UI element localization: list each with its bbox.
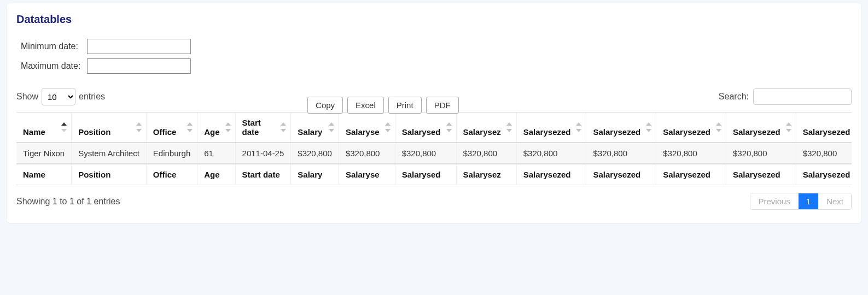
- table-cell: Tiger Nixon: [16, 143, 72, 164]
- col-header[interactable]: Salarysez: [456, 113, 516, 143]
- col-header[interactable]: Salaryse: [339, 113, 395, 143]
- table-footer: Showing 1 to 1 of 1 entries Previous1Nex…: [16, 193, 852, 210]
- sort-icon: [187, 122, 193, 132]
- table-info: Showing 1 to 1 of 1 entries: [16, 197, 120, 206]
- table-cell: $320,800: [456, 143, 516, 164]
- length-prefix: Show: [16, 92, 38, 102]
- sort-icon: [61, 122, 67, 132]
- sort-icon: [786, 122, 791, 132]
- col-header-label: Salarysezed: [593, 127, 640, 137]
- table-cell: $320,800: [516, 143, 586, 164]
- table-cell: 61: [197, 143, 235, 164]
- length-select[interactable]: 102550100: [42, 88, 75, 105]
- col-header[interactable]: Salarysezed: [586, 113, 656, 143]
- data-table: NamePositionOfficeAgeStart dateSalarySal…: [16, 113, 852, 185]
- col-header[interactable]: Salarysezed: [516, 113, 586, 143]
- col-header[interactable]: Salarysezed: [726, 113, 796, 143]
- col-footer: Salarysezed: [796, 164, 852, 185]
- col-footer: Salarysezed: [516, 164, 586, 185]
- table-cell: $320,800: [395, 143, 456, 164]
- col-header-label: Salarysed: [402, 127, 441, 137]
- pagination-previous: Previous: [750, 193, 798, 209]
- export-buttons: Copy Excel Print PDF: [307, 97, 459, 114]
- col-footer: Salarysez: [456, 164, 516, 185]
- table-footer-row: NamePositionOfficeAgeStart dateSalarySal…: [16, 164, 852, 185]
- table-cell: $320,800: [656, 143, 726, 164]
- max-date-input[interactable]: [87, 58, 191, 74]
- col-header[interactable]: Name: [16, 113, 72, 143]
- col-header-label: Salaryse: [346, 127, 380, 137]
- table-cell: 2011-04-25: [235, 143, 291, 164]
- col-header[interactable]: Salarysed: [395, 113, 456, 143]
- table-cell: System Architect: [72, 143, 147, 164]
- col-header-label: Name: [23, 127, 45, 137]
- sort-icon: [446, 122, 452, 132]
- col-header-label: Salary: [298, 127, 322, 137]
- sort-icon: [281, 122, 286, 132]
- table-header-row: NamePositionOfficeAgeStart dateSalarySal…: [16, 113, 852, 143]
- table-cell: $320,800: [339, 143, 395, 164]
- table-cell: Edinburgh: [146, 143, 197, 164]
- col-header-label: Office: [153, 127, 177, 137]
- max-date-label: Maximum date:: [19, 57, 83, 75]
- sort-icon: [225, 122, 231, 132]
- length-suffix: entries: [79, 92, 105, 102]
- col-header-label: Salarysez: [463, 127, 501, 137]
- col-footer: Office: [146, 164, 197, 185]
- col-footer: Start date: [235, 164, 291, 185]
- col-header[interactable]: Office: [146, 113, 197, 143]
- col-header[interactable]: Age: [197, 113, 235, 143]
- sort-icon: [576, 122, 581, 132]
- sort-icon: [136, 122, 142, 132]
- table-cell: $320,800: [796, 143, 852, 164]
- copy-button[interactable]: Copy: [307, 97, 343, 114]
- date-filter-block: Minimum date: Maximum date:: [16, 36, 195, 77]
- col-footer: Salary: [291, 164, 339, 185]
- sort-icon: [385, 122, 391, 132]
- min-date-input[interactable]: [87, 39, 191, 54]
- col-footer: Position: [72, 164, 147, 185]
- table-row: Tiger NixonSystem ArchitectEdinburgh6120…: [16, 143, 852, 164]
- col-footer: Age: [197, 164, 235, 185]
- search-control: Search:: [719, 88, 852, 105]
- col-header-label: Position: [78, 127, 110, 137]
- sort-icon: [506, 122, 512, 132]
- table-scroll[interactable]: NamePositionOfficeAgeStart dateSalarySal…: [16, 112, 852, 185]
- table-body: Tiger NixonSystem ArchitectEdinburgh6120…: [16, 143, 852, 164]
- pagination: Previous1Next: [750, 193, 852, 210]
- col-header-label: Salarysezed: [733, 127, 780, 137]
- table-controls: Show 102550100 entries Copy Excel Print …: [16, 88, 852, 105]
- table-cell: $320,800: [726, 143, 796, 164]
- min-date-label: Minimum date:: [19, 38, 83, 55]
- col-header[interactable]: Start date: [235, 113, 291, 143]
- col-header-label: Salarysezed: [803, 127, 850, 137]
- search-label: Search:: [719, 92, 749, 102]
- col-header-label: Start date: [242, 118, 261, 137]
- col-footer: Salarysezed: [586, 164, 656, 185]
- datatable-card: Datatables Minimum date: Maximum date: S…: [7, 3, 861, 223]
- search-input[interactable]: [753, 88, 852, 105]
- print-button[interactable]: Print: [388, 97, 422, 114]
- excel-button[interactable]: Excel: [347, 97, 384, 114]
- col-header-label: Salarysezed: [523, 127, 571, 137]
- col-header[interactable]: Salarysezed: [796, 113, 852, 143]
- card-title: Datatables: [16, 13, 852, 26]
- length-control: Show 102550100 entries: [16, 88, 105, 105]
- col-footer: Salarysed: [395, 164, 456, 185]
- sort-icon: [716, 122, 721, 132]
- col-footer: Salarysezed: [726, 164, 796, 185]
- table-cell: $320,800: [586, 143, 656, 164]
- pdf-button[interactable]: PDF: [426, 97, 459, 114]
- pagination-next: Next: [819, 193, 851, 209]
- sort-icon: [646, 122, 651, 132]
- sort-icon: [329, 122, 334, 132]
- col-footer: Salarysezed: [656, 164, 726, 185]
- col-header[interactable]: Salary: [291, 113, 339, 143]
- table-cell: $320,800: [291, 143, 339, 164]
- col-header-label: Age: [204, 127, 219, 137]
- col-header[interactable]: Salarysezed: [656, 113, 726, 143]
- pagination-page[interactable]: 1: [799, 193, 819, 209]
- col-header-label: Salarysezed: [663, 127, 710, 137]
- col-footer: Salaryse: [339, 164, 395, 185]
- col-header[interactable]: Position: [72, 113, 147, 143]
